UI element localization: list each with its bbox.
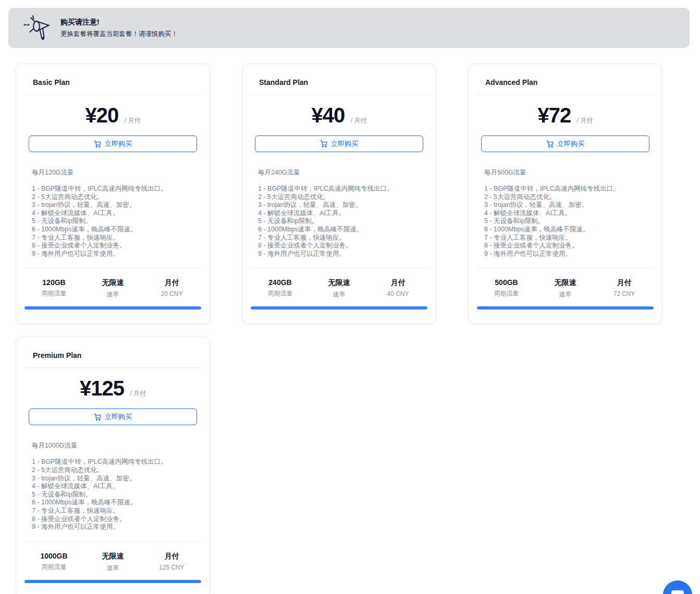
stat-value: 无限速: [536, 278, 595, 288]
stat-value: 月付: [142, 278, 201, 288]
feature-item: 4 - 解锁全球流媒体、AI工具。: [484, 209, 646, 218]
feature-item: 1 - BGP隧道中转，IPLC高速内网纯专线出口。: [258, 185, 420, 193]
stat-label: 125 CNY: [142, 564, 201, 571]
buy-now-label: 立即购买: [557, 139, 584, 148]
feature-item: 3 - trojan协议，轻量、高速、加密。: [258, 201, 420, 209]
cart-icon: [94, 413, 102, 421]
traffic-header: 每月1000G流量: [32, 441, 194, 450]
plan-name: Premium Plan: [33, 351, 193, 360]
plan-card: Standard Plan ¥40 / 月付 立即购买 每月240G流量 1 -…: [242, 64, 436, 324]
feature-item: 1 - BGP隧道中转，IPLC高速内网纯专线出口。: [32, 185, 194, 193]
stat-value: 无限速: [310, 278, 369, 288]
feature-item: 8 - 接受企业或者个人定制业务。: [484, 242, 646, 250]
plan-name: Advanced Plan: [485, 78, 645, 86]
stats-row: 500GB周期流量无限速速率月付72 CNY: [469, 268, 662, 299]
feature-item: 2 - 5大运营商动态优化。: [32, 466, 194, 475]
plan-card-header: Premium Plan: [16, 337, 210, 367]
stat: 无限速速率: [310, 278, 369, 299]
plans-grid: Basic Plan ¥20 / 月付 立即购买 每月120G流量 1 - BG…: [16, 64, 662, 594]
chat-icon: [671, 590, 684, 594]
buy-now-label: 立即购买: [105, 139, 132, 148]
feature-item: 3 - trojan协议，轻量、高速、加密。: [484, 201, 646, 209]
feature-item: 2 - 5大运营商动态优化。: [258, 193, 420, 202]
buy-now-button[interactable]: 立即购买: [255, 135, 423, 152]
stat-label: 周期流量: [24, 289, 83, 298]
feature-item: 9 - 海外用户也可以正常使用。: [32, 250, 194, 258]
feature-item: 4 - 解锁全球流媒体、AI工具。: [32, 482, 194, 491]
plan-name: Basic Plan: [33, 78, 193, 86]
feature-list: 1 - BGP隧道中转，IPLC高速内网纯专线出口。2 - 5大运营商动态优化。…: [484, 185, 646, 258]
megaphone-icon: [21, 13, 53, 43]
banner-title: 购买请注意!: [60, 18, 178, 27]
feature-item: 7 - 专业人工客服，快速响应。: [32, 507, 194, 515]
feature-item: 3 - trojan协议，轻量、高速、加密。: [32, 201, 194, 209]
cart-icon: [94, 140, 102, 148]
traffic-header: 每月120G流量: [32, 168, 194, 177]
price-amount: 40: [323, 104, 345, 127]
stat-value: 240GB: [251, 278, 310, 287]
feature-item: 8 - 接受企业或者个人定制业务。: [32, 242, 194, 250]
progress-track: [24, 580, 201, 583]
stat: 240GB周期流量: [251, 278, 310, 299]
stat-value: 无限速: [83, 552, 142, 561]
stat: 1000GB周期流量: [24, 552, 83, 573]
feature-item: 1 - BGP隧道中转，IPLC高速内网纯专线出口。: [32, 458, 194, 466]
feature-item: 6 - 1000Mbps速率，晚高峰不限速。: [484, 226, 646, 234]
price-amount: 20: [96, 104, 119, 127]
progress-bar-fill: [24, 580, 201, 583]
plan-card: Basic Plan ¥20 / 月付 立即购买 每月120G流量 1 - BG…: [16, 64, 210, 324]
feature-list: 1 - BGP隧道中转，IPLC高速内网纯专线出口。2 - 5大运营商动态优化。…: [258, 185, 420, 258]
stat: 月付125 CNY: [142, 552, 201, 573]
stat-label: 速率: [83, 290, 142, 299]
progress-bar-fill: [24, 306, 201, 310]
stat: 120GB周期流量: [24, 278, 83, 299]
stat-value: 月付: [595, 278, 654, 288]
plan-card: Premium Plan ¥125 / 月付 立即购买 每月1000G流量 1 …: [16, 337, 210, 594]
stat-label: 速率: [310, 290, 369, 299]
plan-card-header: Basic Plan: [16, 64, 210, 94]
feature-item: 5 - 无设备和ip限制。: [484, 217, 646, 226]
feature-item: 9 - 海外用户也可以正常使用。: [32, 523, 194, 531]
price-amount: 72: [549, 104, 571, 127]
stat-label: 速率: [536, 290, 595, 299]
cart-icon: [320, 140, 328, 148]
feature-item: 6 - 1000Mbps速率，晚高峰不限速。: [258, 226, 420, 234]
stat-value: 120GB: [24, 278, 83, 287]
feature-item: 5 - 无设备和ip限制。: [258, 217, 420, 226]
price-row: ¥125 / 月付: [16, 368, 210, 409]
price-currency: ¥: [312, 104, 323, 127]
stat-value: 月付: [369, 278, 427, 288]
features-section: 每月120G流量 1 - BGP隧道中转，IPLC高速内网纯专线出口。2 - 5…: [16, 152, 210, 258]
stats-row: 240GB周期流量无限速速率月付40 CNY: [242, 268, 436, 299]
feature-item: 4 - 解锁全球流媒体、AI工具。: [258, 209, 420, 218]
feature-item: 4 - 解锁全球流媒体、AI工具。: [32, 209, 194, 218]
feature-item: 7 - 专业人工客服，快速响应。: [484, 234, 646, 242]
plan-name: Standard Plan: [259, 78, 419, 86]
stat: 无限速速率: [83, 552, 142, 573]
price-row: ¥20 / 月付: [16, 95, 210, 135]
progress-track: [251, 306, 427, 310]
buy-now-button[interactable]: 立即购买: [29, 409, 197, 425]
banner-texts: 购买请注意! 更换套餐将覆盖当前套餐！请谨慎购买！: [60, 18, 178, 39]
notice-banner: 购买请注意! 更换套餐将覆盖当前套餐！请谨慎购买！: [8, 8, 690, 48]
plan-card-header: Advanced Plan: [469, 64, 662, 94]
price-row: ¥40 / 月付: [242, 95, 436, 135]
features-section: 每月500G流量 1 - BGP隧道中转，IPLC高速内网纯专线出口。2 - 5…: [469, 152, 662, 258]
features-section: 每月240G流量 1 - BGP隧道中转，IPLC高速内网纯专线出口。2 - 5…: [242, 152, 436, 258]
stat-label: 周期流量: [477, 289, 536, 298]
feature-item: 8 - 接受企业或者个人定制业务。: [32, 515, 194, 524]
feature-item: 1 - BGP隧道中转，IPLC高速内网纯专线出口。: [484, 185, 646, 193]
stat: 月付72 CNY: [595, 278, 654, 299]
price-amount: 125: [91, 377, 124, 400]
price-currency: ¥: [80, 377, 91, 400]
buy-now-button[interactable]: 立即购买: [481, 135, 649, 152]
feature-item: 9 - 海外用户也可以正常使用。: [484, 250, 646, 258]
stat: 月付40 CNY: [369, 278, 427, 299]
features-section: 每月1000G流量 1 - BGP隧道中转，IPLC高速内网纯专线出口。2 - …: [16, 425, 210, 531]
plan-card: Advanced Plan ¥72 / 月付 立即购买 每月500G流量 1 -…: [468, 64, 662, 324]
stat: 500GB周期流量: [477, 278, 536, 299]
price-period: / 月付: [351, 117, 367, 124]
buy-now-button[interactable]: 立即购买: [29, 135, 197, 152]
chat-widget-button[interactable]: [663, 580, 692, 594]
stat-label: 20 CNY: [142, 290, 201, 298]
